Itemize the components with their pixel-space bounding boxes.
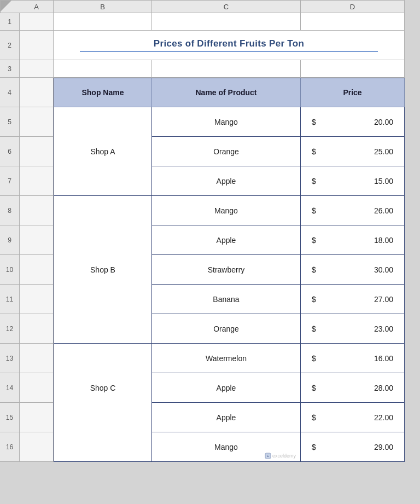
cell-c3 xyxy=(152,60,301,78)
currency-symbol-8: $ xyxy=(312,206,316,215)
cell-product-14: Apple xyxy=(152,373,301,403)
cell-a15 xyxy=(20,403,54,432)
cell-product-16: Mango E exceldemy xyxy=(152,432,301,462)
cell-a16 xyxy=(20,432,54,462)
row-14: 14 Shop C Apple $ 28.00 xyxy=(0,373,420,403)
cell-price-9: $ 18.00 xyxy=(301,225,405,255)
price-value-9: 18.00 xyxy=(374,236,393,245)
cell-shop-b-row9 xyxy=(54,225,152,255)
row-3: 3 xyxy=(0,60,420,78)
rownum-4: 4 xyxy=(0,78,20,107)
cell-a14 xyxy=(20,373,54,403)
cell-product-15: Apple xyxy=(152,403,301,432)
rownum-14: 14 xyxy=(0,373,20,403)
currency-symbol-12: $ xyxy=(312,325,316,333)
cell-shop-b-row8 xyxy=(54,196,152,225)
rownum-8: 8 xyxy=(0,196,20,225)
rownum-5: 5 xyxy=(0,107,20,137)
cell-shop-c: Shop C xyxy=(54,373,152,403)
currency-symbol-6: $ xyxy=(312,147,316,156)
currency-symbol-7: $ xyxy=(312,177,316,186)
row-15: 15 Apple $ 22.00 xyxy=(0,403,420,432)
cell-shop-a-row5 xyxy=(54,107,152,137)
cell-price-7: $ 15.00 xyxy=(301,166,405,196)
price-value-11: 27.00 xyxy=(374,295,393,304)
price-value-8: 26.00 xyxy=(374,206,393,215)
header-shop-name: Shop Name xyxy=(54,78,152,107)
cell-price-11: $ 27.00 xyxy=(301,285,405,314)
rownum-7: 7 xyxy=(0,166,20,196)
cell-c1 xyxy=(152,13,301,31)
cell-a10 xyxy=(20,255,54,285)
rownum-3: 3 xyxy=(0,60,20,78)
row-9: 9 Apple $ 18.00 xyxy=(0,225,420,255)
column-headers: A B C D xyxy=(0,0,420,13)
rownum-11: 11 xyxy=(0,285,20,314)
row-13: 13 Watermelon $ 16.00 xyxy=(0,344,420,373)
row-4: 4 Shop Name Name of Product Price xyxy=(0,78,420,107)
cell-price-6: $ 25.00 xyxy=(301,137,405,166)
rownum-16: 16 xyxy=(0,432,20,462)
cell-price-10: $ 30.00 xyxy=(301,255,405,285)
cell-product-6: Orange xyxy=(152,137,301,166)
row-10: 10 Shop B Strawberry $ 30.00 xyxy=(0,255,420,285)
col-header-c: C xyxy=(152,0,301,13)
price-value-16: 29.00 xyxy=(374,443,393,451)
cell-product-13: Watermelon xyxy=(152,344,301,373)
cell-a1 xyxy=(20,13,54,31)
price-value-10: 30.00 xyxy=(374,265,393,274)
price-value-6: 25.00 xyxy=(374,147,393,156)
col-header-b: B xyxy=(54,0,152,13)
cell-d3 xyxy=(301,60,405,78)
page-title: Prices of Different Fruits Per Ton xyxy=(154,38,304,49)
cell-product-7: Apple xyxy=(152,166,301,196)
price-value-7: 15.00 xyxy=(374,177,393,186)
price-value-12: 23.00 xyxy=(374,325,393,333)
title-underline xyxy=(80,51,378,52)
cell-a7 xyxy=(20,166,54,196)
cell-product-10: Strawberry xyxy=(152,255,301,285)
price-value-14: 28.00 xyxy=(374,384,393,392)
row-1: 1 xyxy=(0,13,420,31)
rownum-15: 15 xyxy=(0,403,20,432)
rownum-2: 2 xyxy=(0,31,20,60)
cell-a11 xyxy=(20,285,54,314)
svg-marker-0 xyxy=(1,1,11,11)
cell-shop-c-row13 xyxy=(54,344,152,373)
rownum-10: 10 xyxy=(0,255,20,285)
cell-shop-c-row15 xyxy=(54,403,152,432)
row-6: 6 Shop A Orange $ 25.00 xyxy=(0,137,420,166)
currency-symbol-10: $ xyxy=(312,265,316,274)
rownum-6: 6 xyxy=(0,137,20,166)
cell-price-5: $ 20.00 xyxy=(301,107,405,137)
price-value-15: 22.00 xyxy=(374,413,393,422)
cell-shop-b-row11 xyxy=(54,285,152,314)
row-2: 2 Prices of Different Fruits Per Ton xyxy=(0,31,420,60)
rownum-13: 13 xyxy=(0,344,20,373)
currency-symbol-14: $ xyxy=(312,384,316,392)
row-7: 7 Apple $ 15.00 xyxy=(0,166,420,196)
cell-a13 xyxy=(20,344,54,373)
rownum-12: 12 xyxy=(0,314,20,344)
cell-b1 xyxy=(54,13,152,31)
cell-b3 xyxy=(54,60,152,78)
cell-price-14: $ 28.00 xyxy=(301,373,405,403)
cell-a6 xyxy=(20,137,54,166)
currency-symbol-15: $ xyxy=(312,413,316,422)
price-value-13: 16.00 xyxy=(374,354,393,363)
row-12: 12 Orange $ 23.00 xyxy=(0,314,420,344)
cell-a8 xyxy=(20,196,54,225)
cell-shop-c-row16 xyxy=(54,432,152,462)
currency-symbol-11: $ xyxy=(312,295,316,304)
cell-a5 xyxy=(20,107,54,137)
currency-symbol-16: $ xyxy=(312,443,316,451)
cell-a4 xyxy=(20,78,54,107)
cell-d1 xyxy=(301,13,405,31)
cell-price-16: $ 29.00 xyxy=(301,432,405,462)
cell-a9 xyxy=(20,225,54,255)
header-price: Price xyxy=(301,78,405,107)
header-product-name: Name of Product xyxy=(152,78,301,107)
cell-price-8: $ 26.00 xyxy=(301,196,405,225)
corner-cell xyxy=(0,0,20,13)
row-11: 11 Banana $ 27.00 xyxy=(0,285,420,314)
